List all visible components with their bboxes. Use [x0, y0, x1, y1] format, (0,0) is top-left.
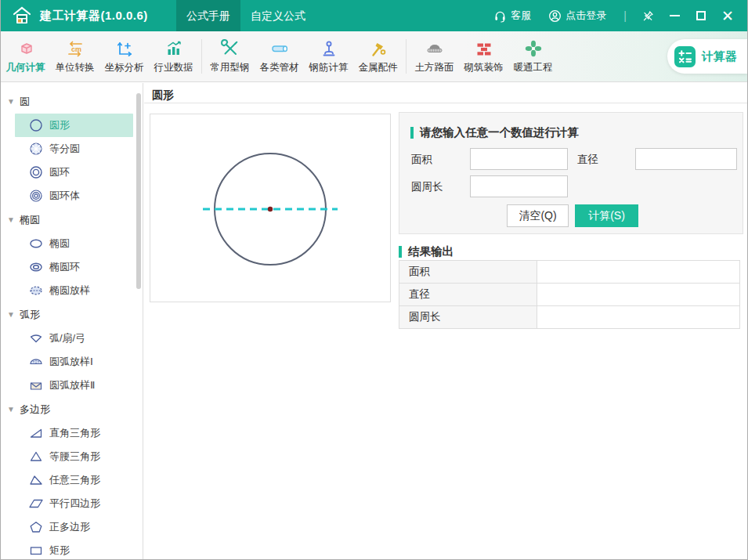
sidebar-item-divided-circle[interactable]: 等分圆	[15, 137, 133, 161]
close-button[interactable]: ✕	[717, 5, 738, 26]
sidebar-item-right-triangle[interactable]: 直角三角形	[15, 421, 133, 445]
svg-text:cm: cm	[71, 45, 81, 52]
toolbar-item-metal-parts[interactable]: 金属配件	[353, 34, 403, 78]
sidebar-item-rectangle[interactable]: 矩形	[15, 539, 133, 559]
sidebar-item-arc-lofting-1[interactable]: 圆弧放样Ⅰ	[15, 350, 133, 374]
coordinate-axes-icon	[115, 39, 134, 58]
result-area-label: 面积	[399, 261, 537, 284]
toolbar-separator	[406, 39, 407, 74]
ellipse-ring-icon	[29, 260, 43, 274]
sidebar-item-any-triangle[interactable]: 任意三角形	[15, 468, 133, 492]
titlebar-tabs: 公式手册 自定义公式	[176, 0, 316, 31]
calculate-button[interactable]: 计算(S)	[575, 204, 638, 227]
sidebar-group-arc[interactable]: ▼ 弧形	[1, 302, 143, 327]
sidebar-group-polygon[interactable]: ▼ 多边形	[1, 397, 143, 421]
toolbar-item-geometry[interactable]: 几何计算	[1, 34, 50, 78]
sidebar-item-arc-fan-bow[interactable]: 弧/扇/弓	[15, 327, 133, 350]
toolbar-item-masonry[interactable]: 砌筑装饰	[459, 34, 508, 78]
titlebar-divider: |	[623, 9, 627, 22]
tab-formula-manual[interactable]: 公式手册	[176, 0, 240, 31]
pipe-icon	[270, 39, 289, 58]
pin-button[interactable]	[638, 5, 658, 26]
right-triangle-icon	[29, 426, 43, 440]
arc-lofting-2-icon	[29, 378, 43, 392]
sidebar-item-regular-polygon[interactable]: 正多边形	[15, 515, 133, 539]
rebar-icon	[320, 39, 338, 58]
app-window: 建工计算器(1.0.0.6) 公式手册 自定义公式 客服	[0, 0, 748, 560]
road-roller-icon	[425, 39, 444, 58]
table-row: 直径	[399, 284, 740, 306]
center-dot	[268, 207, 273, 211]
input-panel: 请您输入任意一个数值进行计算 面积 直径 圆周长 清空(Q) 计算(S)	[399, 112, 743, 234]
calculator-button[interactable]: 计算器	[667, 39, 747, 74]
result-table: 面积 直径 圆周长	[399, 260, 740, 329]
table-row: 圆周长	[399, 306, 740, 329]
sidebar-group-circle[interactable]: ▼ 圆	[1, 89, 143, 114]
result-diameter-label: 直径	[399, 284, 537, 306]
toolbar-item-coordinate[interactable]: 坐标分析	[99, 34, 149, 78]
sidebar-group-ellipse[interactable]: ▼ 椭圆	[1, 208, 143, 232]
sidebar-item-circle[interactable]: 圆形	[15, 114, 133, 137]
sidebar-item-ring[interactable]: 圆环	[15, 161, 133, 184]
bar-chart-icon	[164, 39, 183, 58]
circumference-label: 圆周长	[411, 180, 443, 194]
chevron-down-icon: ▼	[7, 97, 16, 106]
toolbar-item-industry-data[interactable]: 行业数据	[149, 34, 198, 78]
arc-fan-bow-icon	[29, 331, 43, 345]
table-row: 面积	[399, 261, 740, 284]
maximize-icon	[696, 11, 706, 20]
isosceles-triangle-icon	[29, 450, 43, 464]
sidebar-scrollbar[interactable]	[136, 93, 141, 289]
sidebar-item-isosceles-triangle[interactable]: 等腰三角形	[15, 445, 133, 468]
sidebar-item-ellipse[interactable]: 椭圆	[15, 232, 133, 255]
toolbar-separator	[201, 39, 202, 74]
geometry-cube-icon	[16, 39, 35, 58]
toolbar-item-unit-convert[interactable]: cm 单位转换	[50, 34, 99, 78]
ring-body-icon	[29, 189, 43, 203]
sidebar-item-arc-lofting-2[interactable]: 圆弧放样Ⅱ	[15, 374, 133, 397]
chevron-down-icon: ▼	[7, 310, 16, 319]
result-circumference-value	[537, 306, 740, 329]
maximize-button[interactable]	[691, 5, 711, 26]
toolbar-item-hvac[interactable]: 暖通工程	[508, 34, 558, 78]
result-section-title: 结果输出	[408, 244, 453, 259]
sidebar-item-parallelogram[interactable]: 平行四边形	[15, 492, 133, 515]
login-button[interactable]: 点击登录	[548, 9, 606, 23]
toolbar: 几何计算 cm 单位转换 坐标分析	[1, 31, 747, 82]
diameter-input[interactable]	[635, 148, 737, 170]
sidebar-item-ellipse-lofting[interactable]: 椭圆放样	[15, 279, 133, 302]
app-logo-icon	[12, 5, 32, 26]
pin-icon	[641, 9, 655, 23]
chevron-down-icon: ▼	[7, 215, 16, 224]
circumference-input[interactable]	[470, 175, 568, 197]
bricks-icon	[475, 39, 493, 58]
parallelogram-icon	[29, 497, 43, 511]
title-bar: 建工计算器(1.0.0.6) 公式手册 自定义公式 客服	[1, 0, 747, 31]
any-triangle-icon	[29, 473, 43, 487]
toolbar-item-steel[interactable]: 常用型钢	[205, 34, 255, 78]
login-label: 点击登录	[566, 9, 606, 23]
arc-lofting-1-icon	[29, 355, 43, 369]
clear-button[interactable]: 清空(Q)	[507, 204, 569, 227]
page-title: 圆形	[152, 89, 174, 101]
circle-diagram-svg	[150, 114, 390, 302]
toolbar-item-pipes[interactable]: 各类管材	[255, 34, 304, 78]
sidebar-item-ellipse-ring[interactable]: 椭圆环	[15, 255, 133, 279]
minimize-button[interactable]	[664, 5, 685, 26]
result-diameter-value	[537, 284, 740, 306]
app-title: 建工计算器(1.0.0.6)	[40, 9, 148, 23]
result-area-value	[537, 261, 740, 284]
area-input[interactable]	[470, 148, 568, 170]
content-header: 圆形	[144, 83, 747, 103]
tools-icon	[221, 39, 240, 58]
hammer-icon	[369, 39, 388, 58]
input-section-title: 请您输入任意一个数值进行计算	[420, 125, 579, 140]
close-icon: ✕	[721, 9, 734, 23]
unit-convert-icon: cm	[66, 39, 85, 58]
sidebar-item-ring-body[interactable]: 圆环体	[15, 184, 133, 208]
customer-service-button[interactable]: 客服	[493, 9, 531, 23]
toolbar-item-earthwork[interactable]: 土方路面	[410, 34, 459, 78]
toolbar-item-rebar[interactable]: 钢筋计算	[304, 34, 353, 78]
tab-custom-formula[interactable]: 自定义公式	[240, 0, 316, 31]
result-header: 结果输出	[399, 244, 453, 259]
